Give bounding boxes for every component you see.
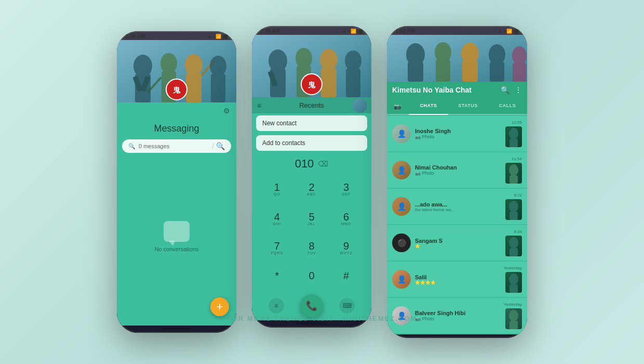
svg-point-23	[345, 50, 361, 71]
svg-rect-12	[211, 74, 225, 102]
keypad-toggle-btn[interactable]: ⌨	[339, 298, 355, 314]
avatar-2: 👤	[392, 161, 411, 179]
anime-banner-1: 鬼	[117, 40, 236, 102]
chat-preview-6: 📷 Photo	[415, 316, 500, 321]
svg-point-8	[185, 54, 203, 76]
svg-rect-9	[186, 73, 202, 102]
key-star[interactable]: *	[260, 263, 294, 288]
char-icon-3	[505, 199, 522, 220]
more-options-icon[interactable]: ⋮	[515, 86, 522, 94]
svg-rect-43	[509, 212, 518, 220]
header-avatar[interactable]	[353, 98, 367, 113]
chat-content-4: Sangam S ⭐	[415, 238, 501, 249]
chat-preview-3: the latest theme we...	[415, 207, 501, 212]
menu-dialer-btn[interactable]: ≡	[269, 298, 284, 314]
chat-name-5: Salil	[415, 274, 500, 280]
avatar-4: ⚫	[392, 233, 411, 252]
status-bar-1: 2:36 AM ▲ ▪ 📶 ⬤	[117, 31, 236, 40]
anime-art-2: 鬼	[252, 35, 371, 97]
char-icon-4	[505, 236, 522, 256]
key-9[interactable]: 9WXYZ	[329, 234, 363, 263]
tab-chats[interactable]: CHATS	[409, 99, 448, 115]
search-divider: / 🔍	[212, 142, 225, 150]
chat-item-5[interactable]: 👤 Salil ⭐⭐⭐⭐ Yesterday	[387, 262, 527, 297]
key-0[interactable]: 0	[295, 263, 329, 288]
chat-preview-5: ⭐⭐⭐⭐	[415, 280, 500, 285]
chat-time-4: 8:34	[514, 229, 522, 234]
svg-rect-24	[346, 69, 360, 97]
char-icon-6	[505, 308, 522, 329]
signal-icons-1: ▲ ▪ 📶 ⬤	[207, 34, 228, 39]
key-hash[interactable]: #	[329, 263, 363, 288]
call-button[interactable]: 📞	[300, 294, 323, 317]
tab-status[interactable]: STATUS	[448, 99, 488, 115]
svg-point-36	[512, 46, 527, 65]
chat-preview-1: 📷 Photo	[415, 134, 501, 139]
chat-name-2: Nimai Chouhan	[415, 164, 501, 171]
svg-rect-35	[490, 62, 504, 82]
whatsapp-screen: Kimetsu No Yaiba Chat 🔍 ⋮ 📷 CHATS STATUS…	[387, 82, 527, 334]
chat-name-4: Sangam S	[415, 238, 501, 244]
search-header-icon[interactable]: 🔍	[501, 86, 509, 94]
avatar-1: 👤	[392, 124, 411, 143]
chat-meta-4: 8:34	[505, 229, 522, 256]
tab-calls[interactable]: CALLS	[488, 99, 527, 115]
key-5[interactable]: 5JKL	[295, 204, 329, 233]
wa-tabs: 📷 CHATS STATUS CALLS	[387, 98, 527, 115]
add-to-contacts-btn[interactable]: Add to contacts	[256, 135, 367, 151]
chat-time-5: Yesterday	[504, 266, 522, 270]
search-bar[interactable]: 🔍 0 messages / 🔍	[122, 139, 231, 153]
status-bar-2: 2:36 AM ▲ ▪ 📶 ⬤	[252, 26, 371, 35]
chat-item-3[interactable]: 👤 ...ado awa... the latest theme we... 9…	[387, 189, 527, 224]
chat-content-1: Inoshe Singh 📷 Photo	[415, 128, 501, 139]
chat-item-4[interactable]: ⚫ Sangam S ⭐ 8:34	[387, 225, 527, 261]
dialed-number: 010	[295, 157, 314, 171]
chat-item-1[interactable]: 👤 Inoshe Singh 📷 Photo 12:55	[387, 116, 527, 151]
chat-meta-2: 11:54	[505, 157, 522, 184]
chat-name-3: ...ado awa...	[415, 201, 501, 207]
tab-camera[interactable]: 📷	[387, 99, 409, 115]
key-3[interactable]: 3DEF	[329, 175, 363, 203]
anime-banner-3	[387, 35, 527, 82]
key-7[interactable]: 7PQRS	[260, 234, 294, 263]
chat-preview-4: ⭐	[415, 244, 501, 249]
anime-art-3	[387, 35, 527, 82]
status-bar-3: 1:52 PM ▲ ▪ 📶 ⬤	[387, 26, 527, 35]
key-2[interactable]: 2ABC	[295, 175, 329, 203]
bottom-nav-bar-1	[161, 328, 192, 330]
messaging-screen: ⚙ Messaging 🔍 0 messages / 🔍 No conversa…	[117, 102, 236, 326]
svg-rect-47	[509, 284, 518, 293]
chat-time-1: 12:55	[512, 120, 522, 125]
chat-meta-3: 9:22	[505, 193, 522, 220]
phone-1: 2:36 AM ▲ ▪ 📶 ⬤	[117, 31, 236, 333]
svg-rect-29	[408, 62, 423, 82]
backspace-button[interactable]: ⌫	[318, 160, 328, 168]
svg-point-44	[509, 237, 518, 249]
key-6[interactable]: 6MNO	[329, 204, 363, 233]
menu-icon[interactable]: ≡	[257, 101, 261, 110]
chat-meta-1: 12:55	[505, 120, 522, 147]
compose-button[interactable]: +	[210, 297, 229, 316]
svg-point-38	[509, 128, 518, 139]
chat-item-2[interactable]: 👤 Nimai Chouhan 📷 Photo 11:54	[387, 152, 527, 188]
chat-content-6: Balveer Singh Hibi 📷 Photo	[415, 310, 500, 321]
svg-rect-41	[509, 175, 518, 184]
char-icon-2	[505, 163, 522, 184]
no-conv-label: No conversations	[155, 246, 199, 252]
bottom-nav-bar-2	[296, 322, 327, 324]
char-icon-1	[505, 126, 522, 147]
key-4[interactable]: 4GHI	[260, 204, 294, 233]
avatar-3: 👤	[392, 197, 411, 216]
chat-name-6: Balveer Singh Hibi	[415, 310, 500, 316]
svg-point-42	[509, 201, 518, 212]
svg-rect-33	[462, 61, 478, 82]
svg-point-19	[296, 48, 312, 69]
chat-content-3: ...ado awa... the latest theme we...	[415, 201, 501, 212]
gear-button[interactable]: ⚙	[223, 107, 230, 115]
key-8[interactable]: 8TUV	[295, 234, 329, 263]
svg-rect-22	[321, 68, 337, 97]
anime-art-1: 鬼	[117, 40, 236, 102]
key-1[interactable]: 1QO	[260, 175, 294, 203]
chat-preview-2: 📷 Photo	[415, 171, 501, 176]
new-contact-btn[interactable]: New contact	[256, 115, 367, 131]
